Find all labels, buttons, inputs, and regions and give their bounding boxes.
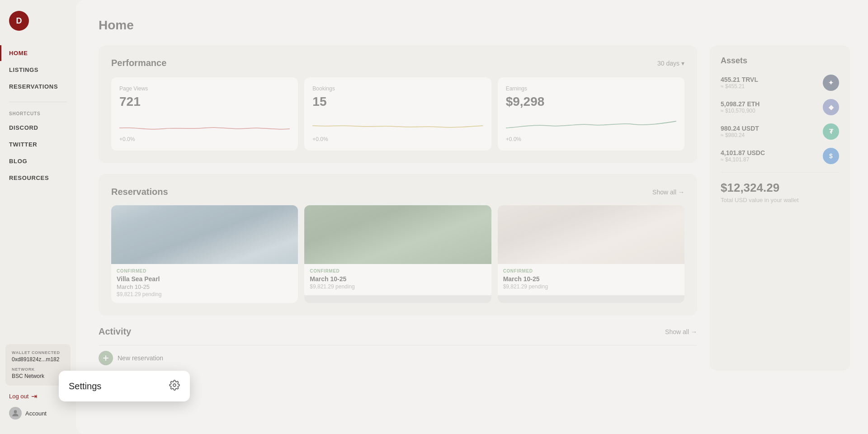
reservation-photo [498, 205, 684, 264]
asset-icon: ₮ [823, 123, 839, 140]
assets-total-label: Total USD value in your wallet [721, 197, 839, 203]
metric-label: Page Views [119, 85, 290, 92]
metric-card: Bookings 15 +0.0% [304, 77, 491, 151]
asset-row: 4,101.87 USDC ≈ $4,101.87 $ [721, 148, 839, 164]
sidebar-item-resources[interactable]: RESOURCES [0, 170, 76, 186]
wallet-connected-label: WALLET CONNECTED [12, 350, 64, 355]
metric-chart [312, 114, 483, 132]
network-value: BSC Network [12, 373, 64, 379]
reservation-photo [111, 205, 298, 264]
reservation-price: $9,821.29 pending [117, 291, 292, 297]
asset-amount: 455.21 TRVL [721, 76, 758, 83]
asset-usd: ≈ $10,570,900 [721, 108, 760, 114]
metric-change: +0.0% [506, 136, 676, 142]
sidebar-item-listings[interactable]: LISTINGS [0, 62, 76, 78]
performance-header: Performance 30 days ▾ [111, 58, 684, 68]
asset-row: 455.21 TRVL ≈ $455.21 ✦ [721, 75, 839, 91]
asset-usd: ≈ $980.24 [721, 132, 759, 138]
reservations-grid: CONFIRMED Villa Sea Pearl March 10-25 $9… [111, 205, 684, 303]
asset-icon: ✦ [823, 75, 839, 91]
gear-icon[interactable] [169, 380, 180, 392]
left-column: Performance 30 days ▾ Page Views 721 +0.… [99, 45, 697, 371]
metric-label: Earnings [506, 85, 676, 92]
sidebar-item-discord[interactable]: DISCORD [0, 120, 76, 136]
activity-icon [99, 351, 113, 365]
performance-title: Performance [111, 58, 166, 68]
activity-show-all-label: Show all [665, 328, 689, 335]
metric-value: 15 [312, 94, 483, 109]
shortcuts-nav: DISCORDTWITTERBLOGRESOURCES [0, 120, 76, 186]
sidebar-item-reservations[interactable]: RESERVATIONS [0, 79, 76, 94]
performance-card: Performance 30 days ▾ Page Views 721 +0.… [99, 45, 697, 163]
content-grid: Performance 30 days ▾ Page Views 721 +0.… [99, 45, 850, 371]
network-section: NETWORK BSC Network [12, 367, 64, 379]
reservation-name: Villa Sea Pearl [117, 275, 292, 283]
reservation-image [111, 205, 298, 264]
asset-amount: 980.24 USDT [721, 125, 759, 132]
metric-value: $9,298 [506, 94, 676, 109]
asset-amount: 5,098.27 ETH [721, 100, 760, 108]
svg-point-0 [14, 410, 17, 413]
settings-label: Settings [69, 381, 101, 392]
asset-info: 455.21 TRVL ≈ $455.21 [721, 76, 758, 90]
account-label: Account [25, 410, 47, 417]
reservation-body: CONFIRMED March 10-25 $9,821.29 pending [304, 264, 491, 295]
asset-icon: ◆ [823, 99, 839, 115]
page-title: Home [99, 18, 850, 33]
reservation-card[interactable]: CONFIRMED Villa Sea Pearl March 10-25 $9… [111, 205, 298, 303]
settings-popup: Settings [59, 371, 190, 401]
metrics-row: Page Views 721 +0.0% Bookings 15 +0.0% E… [111, 77, 684, 151]
reservation-card[interactable]: CONFIRMED March 10-25 $9,821.29 pending [304, 205, 491, 303]
show-all-label: Show all [652, 189, 676, 196]
reservation-name: March 10-25 [310, 275, 486, 283]
assets-title: Assets [721, 56, 839, 66]
assets-panel: Assets 455.21 TRVL ≈ $455.21 ✦ 5,098.27 … [710, 45, 850, 371]
reservation-photo [304, 205, 491, 264]
logout-label: Log out [9, 393, 28, 400]
reservations-show-all[interactable]: Show all → [652, 189, 684, 196]
metric-card: Page Views 721 +0.0% [111, 77, 298, 151]
reservation-price: $9,821.29 pending [503, 283, 679, 290]
network-label: NETWORK [12, 367, 64, 372]
reservation-price: $9,821.29 pending [310, 283, 486, 290]
metric-chart [119, 114, 290, 132]
reservations-card: Reservations Show all → CONFIRMED Villa … [99, 174, 697, 316]
reservation-dates: March 10-25 [117, 283, 292, 290]
assets-list: 455.21 TRVL ≈ $455.21 ✦ 5,098.27 ETH ≈ $… [721, 75, 839, 164]
assets-divider [721, 172, 839, 173]
reservation-name: March 10-25 [503, 275, 679, 283]
period-value: 30 days [657, 60, 679, 67]
wallet-address: 0xd891824z...m182 [12, 356, 64, 363]
reservation-image [498, 205, 684, 264]
avatar [9, 407, 22, 420]
nav-divider [9, 102, 67, 102]
main-nav: HOMELISTINGSRESERVATIONS [0, 45, 76, 94]
sidebar-item-blog[interactable]: BLOG [0, 153, 76, 169]
activity-header: Activity Show all → [99, 326, 697, 337]
app-logo[interactable]: D [9, 11, 29, 31]
assets-total-value: $12,324.29 [721, 181, 839, 195]
period-selector[interactable]: 30 days ▾ [657, 60, 684, 67]
reservation-status: CONFIRMED [117, 269, 292, 274]
metric-chart [506, 114, 676, 132]
activity-show-all[interactable]: Show all → [665, 328, 697, 335]
account-row[interactable]: Account [5, 403, 71, 423]
metric-card: Earnings $9,298 +0.0% [498, 77, 684, 151]
asset-info: 4,101.87 USDC ≈ $4,101.87 [721, 149, 765, 163]
reservations-header: Reservations Show all → [111, 187, 684, 197]
reservations-title: Reservations [111, 187, 168, 197]
metric-change: +0.0% [312, 136, 483, 142]
reservation-body: CONFIRMED Villa Sea Pearl March 10-25 $9… [111, 264, 298, 303]
asset-usd: ≈ $455.21 [721, 83, 758, 90]
logout-icon: ⇥ [31, 392, 37, 401]
sidebar-item-twitter[interactable]: TWITTER [0, 137, 76, 152]
asset-icon: $ [823, 148, 839, 164]
shortcuts-label: SHORTCUTS [0, 109, 76, 120]
asset-row: 980.24 USDT ≈ $980.24 ₮ [721, 123, 839, 140]
reservation-body: CONFIRMED March 10-25 $9,821.29 pending [498, 264, 684, 295]
reservation-image [304, 205, 491, 264]
sidebar-item-home[interactable]: HOME [0, 45, 76, 61]
activity-arrow-icon: → [691, 328, 697, 335]
reservation-card[interactable]: CONFIRMED March 10-25 $9,821.29 pending [498, 205, 684, 303]
sidebar: D HOMELISTINGSRESERVATIONS SHORTCUTS DIS… [0, 0, 76, 434]
